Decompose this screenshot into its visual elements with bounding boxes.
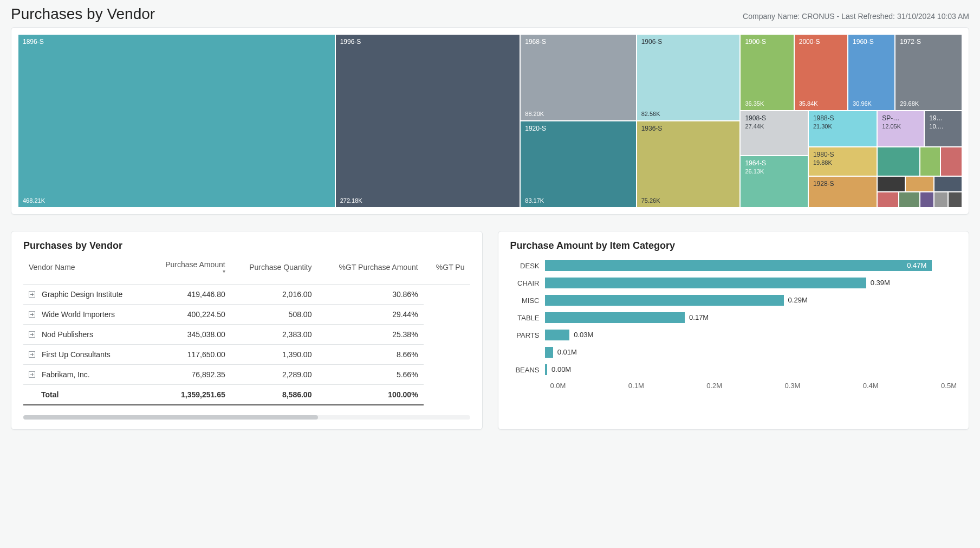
treemap-cell[interactable]: 1900-S36.35K [740, 34, 794, 111]
bar-chart-card: Purchase Amount by Item Category DESK0.4… [498, 231, 970, 430]
treemap-cell[interactable] [877, 176, 905, 192]
table-horizontal-scrollbar[interactable] [23, 415, 470, 420]
bar-chart-title: Purchase Amount by Item Category [510, 240, 957, 252]
expand-icon[interactable] [29, 311, 35, 318]
treemap-cell[interactable]: 1908-S27.44K [740, 111, 808, 156]
axis-tick: 0.4M [863, 382, 941, 390]
bar-row[interactable]: BEANS0.00M [510, 361, 957, 378]
treemap-cell[interactable] [920, 147, 940, 176]
bar-category-label: CHAIR [510, 279, 545, 287]
bar-value-label: 0.29M [784, 296, 808, 304]
expand-icon[interactable] [29, 331, 35, 338]
bar-row[interactable]: DESK0.47M [510, 257, 957, 274]
table-row[interactable]: Graphic Design Institute419,446.802,016.… [23, 285, 470, 305]
bar-fill [545, 260, 932, 271]
treemap-cell[interactable]: 1960-S30.96K [848, 34, 895, 111]
bar-category-label: TABLE [510, 314, 545, 322]
table-column-header[interactable]: %GT Pu [424, 257, 470, 285]
bar-value-label: 0.03M [569, 331, 593, 339]
bar-chart[interactable]: DESK0.47MCHAIR0.39MMISC0.29MTABLE0.17MPA… [510, 257, 957, 378]
table-column-header[interactable]: Purchase Amount▾ [147, 257, 231, 285]
table-row[interactable]: Wide World Importers400,224.50508.0029.4… [23, 305, 470, 325]
bar-row[interactable]: CHAIR0.39M [510, 274, 957, 292]
treemap-cell[interactable]: 1896-S468.21K [18, 34, 335, 208]
treemap-cell[interactable]: 1996-S272.18K [335, 34, 521, 208]
treemap-cell[interactable]: 1928-S [808, 176, 877, 208]
axis-tick: 0.5M [941, 382, 957, 390]
bar-fill [545, 330, 570, 340]
treemap-cell[interactable] [940, 147, 962, 176]
bar-fill [545, 347, 553, 358]
axis-tick: 0.0M [550, 382, 628, 390]
expand-icon[interactable] [29, 291, 35, 298]
axis-tick: 0.2M [706, 382, 784, 390]
treemap-cell[interactable]: 1980-S19.88K [808, 147, 877, 176]
treemap-card: 1896-S468.21K1996-S272.18K1968-S88.20K19… [11, 27, 969, 215]
treemap-cell[interactable] [905, 176, 933, 192]
bar-chart-axis: 0.0M0.1M0.2M0.3M0.4M0.5M [550, 382, 957, 390]
bar-fill [545, 278, 866, 288]
bar-value-label: 0.39M [866, 279, 890, 287]
bar-row[interactable]: MISC0.29M [510, 292, 957, 309]
bar-row[interactable]: PARTS0.03M [510, 326, 957, 344]
treemap-cell[interactable] [934, 176, 962, 192]
axis-tick: 0.1M [628, 382, 706, 390]
treemap-cell[interactable]: SP-…12.05K [877, 111, 924, 147]
scrollbar-thumb[interactable] [23, 415, 318, 420]
treemap-cell[interactable] [934, 192, 948, 208]
table-column-header[interactable]: %GT Purchase Amount [317, 257, 423, 285]
bar-category-label: DESK [510, 262, 545, 270]
vendor-table-card: Purchases by Vendor Vendor NamePurchase … [11, 231, 483, 430]
vendor-table[interactable]: Vendor NamePurchase Amount▾Purchase Quan… [23, 257, 470, 405]
bar-value-label: 0.17M [685, 313, 709, 321]
page-title: Purchases by Vendor [11, 5, 155, 23]
treemap-cell[interactable]: 2000-S35.84K [794, 34, 848, 111]
bar-category-label: MISC [510, 296, 545, 305]
treemap-chart[interactable]: 1896-S468.21K1996-S272.18K1968-S88.20K19… [18, 34, 962, 208]
bar-category-label: BEANS [510, 366, 545, 374]
treemap-cell[interactable]: 1968-S88.20K [520, 34, 636, 121]
bar-fill [545, 312, 685, 323]
table-total-row: Total1,359,251.658,586.00100.00% [23, 385, 470, 405]
treemap-cell[interactable]: 19…10.… [924, 111, 962, 147]
expand-icon[interactable] [29, 351, 35, 358]
treemap-cell[interactable]: 1964-S26.13K [740, 156, 808, 208]
treemap-cell[interactable]: 1936-S75.26K [637, 121, 741, 208]
treemap-cell[interactable] [877, 147, 919, 176]
page-header: Purchases by Vendor Company Name: CRONUS… [11, 4, 969, 27]
table-row[interactable]: Fabrikam, Inc.76,892.352,289.005.66% [23, 365, 470, 385]
bar-category-label: PARTS [510, 331, 545, 339]
bar-row[interactable]: TABLE0.17M [510, 309, 957, 326]
treemap-cell[interactable] [877, 192, 899, 208]
page-meta: Company Name: CRONUS - Last Refreshed: 3… [743, 12, 969, 21]
bar-value-label: 0.01M [553, 348, 577, 356]
sort-desc-icon: ▾ [153, 269, 225, 274]
table-row[interactable]: Nod Publishers345,038.002,383.0025.38% [23, 325, 470, 345]
treemap-cell[interactable] [920, 192, 934, 208]
table-row[interactable]: First Up Consultants117,650.001,390.008.… [23, 345, 470, 365]
bar-value-label: 0.47M [907, 261, 932, 269]
table-column-header[interactable]: Vendor Name [23, 257, 147, 285]
treemap-cell[interactable]: 1906-S82.56K [637, 34, 741, 121]
treemap-cell[interactable]: 1988-S21.30K [808, 111, 877, 147]
treemap-cell[interactable] [899, 192, 919, 208]
bar-value-label: 0.00M [547, 365, 571, 373]
table-column-header[interactable]: Purchase Quantity [231, 257, 317, 285]
axis-tick: 0.3M [784, 382, 862, 390]
treemap-cell[interactable]: 1920-S83.17K [520, 121, 636, 208]
table-title: Purchases by Vendor [23, 240, 470, 252]
bar-fill [545, 295, 784, 306]
expand-icon[interactable] [29, 371, 35, 378]
treemap-cell[interactable]: 1972-S29.68K [895, 34, 962, 111]
bar-row[interactable]: 0.01M [510, 344, 957, 361]
treemap-cell[interactable] [948, 192, 962, 208]
